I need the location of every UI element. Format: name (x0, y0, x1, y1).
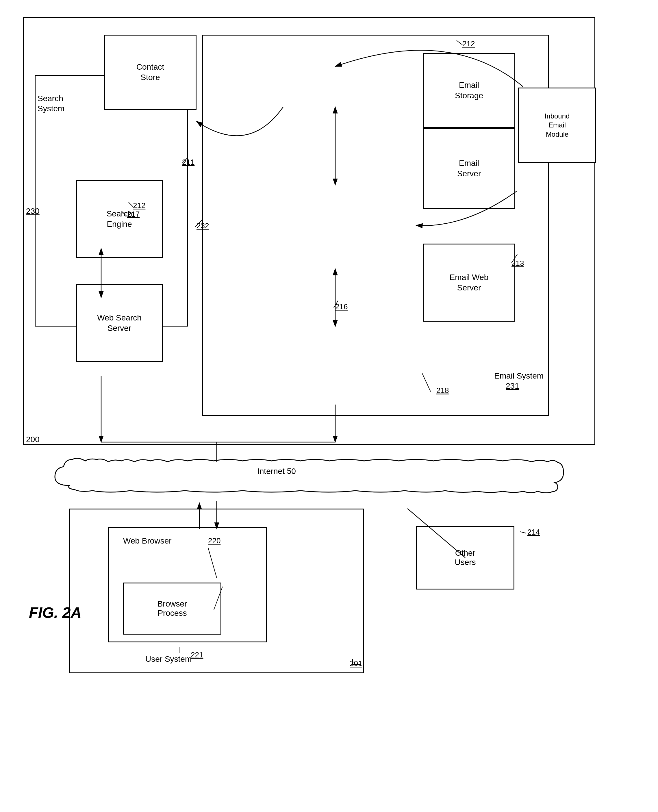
box-email-web-server: Email Web Server (423, 244, 515, 321)
fig-label: FIG. 2A (29, 604, 81, 621)
user-system-label: User System (145, 655, 191, 664)
svg-line-39 (520, 532, 526, 533)
box-search-engine: Search Engine (76, 180, 163, 258)
box-inbound-email-module: Inbound Email Module (518, 88, 596, 163)
box-web-browser-220: Web Browser Browser Process (108, 527, 267, 643)
internet-label: Internet 50 (257, 467, 296, 476)
box-other-users: Other Users (416, 526, 514, 589)
box-user-system-201: Web Browser Browser Process User System (69, 509, 364, 673)
box-230-search-system: Search Engine Web Search Server (34, 75, 188, 326)
box-contact-store: Contact Store (104, 34, 196, 110)
box-web-search-server: Web Search Server (76, 284, 163, 362)
web-browser-label: Web Browser (123, 536, 172, 546)
box-email-server: Email Server (423, 128, 515, 209)
internet-cloud: Internet 50 (41, 456, 566, 497)
svg-text:214: 214 (527, 528, 540, 536)
box-231: Email Storage Email Server Inbound Email… (202, 34, 549, 416)
box-email-storage: Email Storage (423, 53, 515, 128)
diagram-container: Email Storage Email Server Inbound Email… (17, 11, 641, 801)
box-browser-process: Browser Process (123, 583, 221, 635)
